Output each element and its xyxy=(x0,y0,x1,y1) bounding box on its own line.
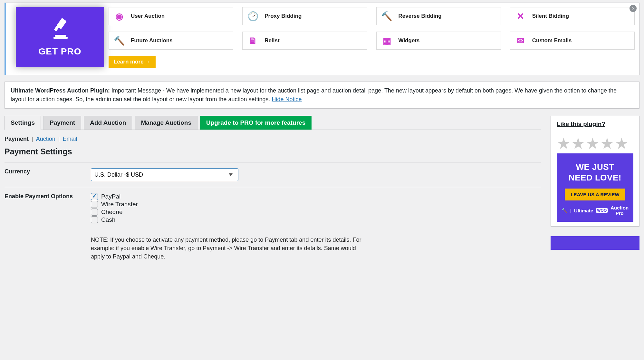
pro-promo-box: ✕ GET PRO ◉ User Auction xyxy=(5,3,639,75)
leave-review-button[interactable]: LEAVE US A REVIEW xyxy=(565,189,625,200)
tab-settings[interactable]: Settings xyxy=(5,116,41,130)
option-label: Wire Transfer xyxy=(101,201,138,208)
layout-notice: Ultimate WordPress Auction Plugin: Impor… xyxy=(5,82,639,109)
feature-user-auction[interactable]: ◉ User Auction xyxy=(109,7,233,25)
reverse-bidding-icon: 🔨 xyxy=(381,10,393,22)
feature-label: Reverse Bidding xyxy=(399,13,442,19)
star-icon[interactable]: ★ xyxy=(571,136,585,151)
svg-rect-2 xyxy=(55,35,66,37)
feature-widgets[interactable]: ▦ Widgets xyxy=(376,32,501,50)
feature-proxy-bidding[interactable]: 🕑 Proxy Bidding xyxy=(242,7,367,25)
option-paypal[interactable]: PayPal xyxy=(91,193,541,200)
get-pro-label: GET PRO xyxy=(38,46,81,57)
top-tabs: Settings Payment Add Auction Manage Auct… xyxy=(5,116,541,130)
get-pro-hero[interactable]: GET PRO xyxy=(16,7,104,67)
star-icon[interactable]: ★ xyxy=(557,136,571,151)
option-cheque[interactable]: Cheque xyxy=(91,209,541,216)
feature-relist[interactable]: 🗎 Relist xyxy=(242,32,367,50)
feature-label: Silent Bidding xyxy=(532,13,569,19)
settings-form: Currency U.S. Dollar -$ USD Enable Payme… xyxy=(5,162,541,267)
gavel-icon xyxy=(46,17,74,43)
currency-label: Currency xyxy=(5,168,91,181)
tab-add-auction[interactable]: Add Auction xyxy=(84,116,132,130)
feature-future-auctions[interactable]: 🔨 Future Auctions xyxy=(109,32,233,50)
star-icon[interactable]: ★ xyxy=(600,136,614,151)
love-block: WE JUST NEED LOVE! LEAVE US A REVIEW 🔨 |… xyxy=(557,153,633,222)
feature-label: User Auction xyxy=(131,13,165,19)
tab-manage-auctions[interactable]: Manage Auctions xyxy=(135,116,197,130)
checkbox-cheque[interactable] xyxy=(91,209,98,216)
star-icon[interactable]: ★ xyxy=(586,136,600,151)
close-icon[interactable]: ✕ xyxy=(630,5,637,12)
page-title: Payment Settings xyxy=(5,147,541,156)
checkbox-wire[interactable] xyxy=(91,201,98,208)
user-auction-icon: ◉ xyxy=(113,10,125,22)
love-line-1: WE JUST xyxy=(562,162,628,172)
feature-custom-emails[interactable]: ✉ Custom Emails xyxy=(510,32,635,50)
custom-emails-icon: ✉ xyxy=(515,35,526,46)
rating-stars[interactable]: ★ ★ ★ ★ ★ xyxy=(557,136,633,151)
feature-silent-bidding[interactable]: ✕ Silent Bidding xyxy=(510,7,635,25)
relist-icon: 🗎 xyxy=(247,35,259,46)
subnav-auction[interactable]: Auction xyxy=(36,136,55,142)
payment-note: NOTE: If you choose to activate any paym… xyxy=(91,236,365,261)
gavel-icon: 🔨 xyxy=(562,208,568,213)
love-line-2: NEED LOVE! xyxy=(562,172,628,183)
subnav-payment[interactable]: Payment xyxy=(5,136,29,142)
learn-more-button[interactable]: Learn more → xyxy=(109,56,156,68)
star-icon[interactable]: ★ xyxy=(615,136,629,151)
brand-footer: 🔨 | Ultimate WOO Auction Pro xyxy=(562,205,628,216)
brand-woo: WOO xyxy=(596,208,608,213)
svg-rect-3 xyxy=(53,37,68,39)
checkbox-paypal[interactable] xyxy=(91,193,98,200)
hide-notice-link[interactable]: Hide Notice xyxy=(272,96,302,102)
feature-label: Custom Emails xyxy=(532,37,572,44)
option-label: Cheque xyxy=(101,209,123,216)
widgets-icon: ▦ xyxy=(381,35,393,46)
feature-label: Future Auctions xyxy=(131,37,173,44)
proxy-bidding-icon: 🕑 xyxy=(247,10,259,22)
enable-payment-label: Enable Payment Options xyxy=(5,193,91,261)
silent-bidding-icon: ✕ xyxy=(515,10,526,22)
option-label: Cash xyxy=(101,216,115,223)
brand-pre: Ultimate xyxy=(574,208,593,213)
feature-label: Widgets xyxy=(399,37,420,44)
option-cash[interactable]: Cash xyxy=(91,216,541,223)
feature-reverse-bidding[interactable]: 🔨 Reverse Bidding xyxy=(376,7,501,25)
tab-payment[interactable]: Payment xyxy=(43,116,81,130)
secondary-promo[interactable] xyxy=(551,236,639,250)
future-auctions-icon: 🔨 xyxy=(113,35,125,46)
tab-upgrade-pro[interactable]: Upgrade to PRO for more features xyxy=(200,116,312,130)
feature-label: Proxy Bidding xyxy=(264,13,302,19)
brand-post: Auction Pro xyxy=(610,205,629,216)
notice-prefix: Ultimate WordPress Auction Plugin: xyxy=(11,87,110,94)
like-plugin-card: Like this plugin? ★ ★ ★ ★ ★ WE JUST NEED… xyxy=(551,116,639,227)
settings-subnav: Payment | Auction | Email xyxy=(5,136,541,142)
currency-select[interactable]: U.S. Dollar -$ USD xyxy=(91,168,238,181)
checkbox-cash[interactable] xyxy=(91,216,98,223)
option-label: PayPal xyxy=(101,193,120,200)
like-plugin-title[interactable]: Like this plugin? xyxy=(557,121,633,128)
option-wire[interactable]: Wire Transfer xyxy=(91,201,541,208)
subnav-email[interactable]: Email xyxy=(63,136,77,142)
feature-grid: ◉ User Auction 🕑 Proxy Bidding 🔨 Reverse… xyxy=(109,7,635,50)
feature-label: Relist xyxy=(264,37,279,44)
